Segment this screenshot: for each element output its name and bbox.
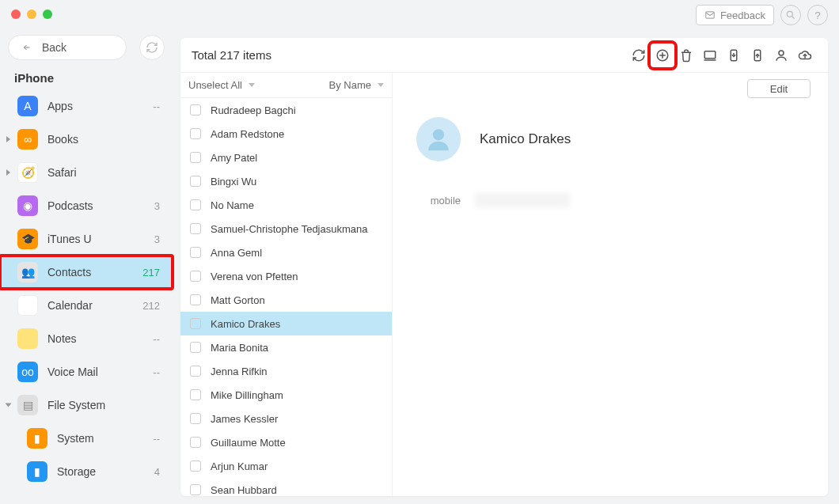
- checkbox[interactable]: [190, 460, 201, 472]
- svg-point-6: [779, 51, 784, 55]
- zoom-window-icon[interactable]: [43, 9, 52, 19]
- itunesu-icon: 🎓: [17, 229, 38, 249]
- refresh-button[interactable]: [627, 44, 651, 67]
- checkbox[interactable]: [190, 342, 201, 353]
- contact-row[interactable]: Rudradeep Bagchi: [180, 98, 392, 122]
- back-button[interactable]: Back: [8, 35, 127, 60]
- checkbox[interactable]: [190, 294, 201, 305]
- titlebar: Feedback ?: [0, 0, 839, 28]
- sidebar-item-count: 3: [154, 233, 160, 245]
- filesystem-icon: ▤: [17, 395, 38, 415]
- checkbox[interactable]: [190, 128, 201, 139]
- cloud-button[interactable]: [793, 44, 817, 67]
- mail-icon: [704, 9, 716, 21]
- checkbox[interactable]: [190, 484, 201, 495]
- checkbox[interactable]: [190, 152, 201, 163]
- window-traffic-lights: [11, 9, 52, 19]
- plus-circle-icon: [655, 48, 670, 63]
- sidebar-item-safari[interactable]: 🧭Safari: [0, 156, 173, 189]
- contact-row[interactable]: Guillaume Motte: [180, 430, 392, 454]
- contact-row-name: Maria Bonita: [211, 342, 268, 354]
- contact-rows[interactable]: Rudradeep BagchiAdam RedstoneAmy PatelBi…: [180, 98, 392, 496]
- sidebar-item-system[interactable]: ▮System--: [0, 422, 173, 455]
- sidebar-item-label: Storage: [57, 465, 96, 478]
- sidebar-refresh-button[interactable]: [139, 35, 165, 60]
- sidebar-item-contacts[interactable]: 👥Contacts217: [0, 256, 173, 289]
- refresh-icon: [146, 41, 158, 54]
- contact-row[interactable]: Jenna Rifkin: [180, 359, 392, 383]
- sidebar-nav: AApps-- ∞Books 🧭Safari ◉Podcasts3 🎓iTune…: [0, 89, 173, 488]
- search-icon: [785, 9, 796, 21]
- sidebar-item-calendar[interactable]: 5Calendar212: [0, 289, 173, 322]
- contact-row[interactable]: Bingxi Wu: [180, 169, 392, 193]
- delete-button[interactable]: [674, 44, 698, 67]
- checkbox[interactable]: [190, 413, 201, 424]
- minimize-window-icon[interactable]: [27, 9, 36, 19]
- from-device-button[interactable]: [746, 44, 769, 67]
- contact-row[interactable]: Anna Geml: [180, 241, 392, 264]
- sidebar-item-apps[interactable]: AApps--: [0, 89, 173, 123]
- contact-row[interactable]: Adam Redstone: [180, 122, 392, 146]
- sidebar-item-filesystem[interactable]: ▤File System: [0, 388, 173, 422]
- checkbox[interactable]: [190, 271, 201, 282]
- storage-icon: ▮: [27, 461, 47, 482]
- edit-button[interactable]: Edit: [747, 79, 811, 98]
- sidebar-item-notes[interactable]: Notes--: [0, 322, 173, 355]
- unselect-all-dropdown[interactable]: Unselect All: [188, 79, 255, 91]
- contact-row[interactable]: Arjun Kumar: [180, 454, 392, 478]
- checkbox[interactable]: [190, 104, 201, 116]
- refresh-icon: [632, 48, 646, 63]
- sidebar-item-label: Podcasts: [47, 199, 93, 212]
- sidebar-item-storage[interactable]: ▮Storage4: [0, 455, 173, 488]
- feedback-button[interactable]: Feedback: [696, 5, 774, 25]
- checkbox[interactable]: [190, 247, 201, 258]
- feedback-label: Feedback: [720, 9, 765, 21]
- main-panel: Total 217 items Unselect All By Name Rud…: [180, 38, 828, 496]
- contact-row[interactable]: No Name: [180, 193, 392, 217]
- checkbox[interactable]: [190, 437, 201, 448]
- merge-button[interactable]: [769, 44, 793, 67]
- contact-row[interactable]: Sean Hubbard: [180, 478, 392, 496]
- close-window-icon[interactable]: [11, 9, 21, 19]
- contacts-icon: 👥: [17, 262, 38, 282]
- contact-row[interactable]: Mike Dillingham: [180, 383, 392, 407]
- sidebar-item-books[interactable]: ∞Books: [0, 123, 173, 156]
- contact-row[interactable]: James Kessler: [180, 407, 392, 430]
- checkbox[interactable]: [190, 199, 201, 210]
- contact-row[interactable]: Maria Bonita: [180, 335, 392, 359]
- checkbox[interactable]: [190, 318, 201, 329]
- sidebar-item-voicemail[interactable]: ooVoice Mail--: [0, 355, 173, 388]
- books-icon: ∞: [17, 129, 38, 150]
- search-button[interactable]: [780, 5, 801, 25]
- checkbox[interactable]: [190, 223, 201, 234]
- field-label-mobile: mobile: [416, 195, 461, 207]
- sidebar-item-itunesu[interactable]: 🎓iTunes U3: [0, 222, 173, 256]
- sort-dropdown[interactable]: By Name: [329, 79, 384, 91]
- contact-row-name: Matt Gorton: [211, 294, 265, 306]
- contact-row[interactable]: Samuel-Christophe Tedjasukmana: [180, 217, 392, 241]
- podcasts-icon: ◉: [17, 195, 38, 216]
- contact-row-name: Anna Geml: [211, 247, 262, 259]
- contact-row-name: Bingxi Wu: [211, 176, 256, 188]
- contact-row-name: No Name: [211, 199, 254, 211]
- contact-row[interactable]: Verena von Pfetten: [180, 264, 392, 288]
- contact-row-name: Rudradeep Bagchi: [211, 104, 296, 116]
- to-mac-button[interactable]: [698, 44, 722, 67]
- contact-row-name: Guillaume Motte: [211, 437, 286, 449]
- contact-row-name: Jenna Rifkin: [211, 366, 268, 377]
- contact-row[interactable]: Kamico Drakes: [180, 312, 392, 335]
- contact-row[interactable]: Amy Patel: [180, 146, 392, 169]
- checkbox[interactable]: [190, 366, 201, 377]
- checkbox[interactable]: [190, 176, 201, 187]
- contact-row-name: Samuel-Christophe Tedjasukmana: [211, 223, 367, 235]
- contact-row[interactable]: Matt Gorton: [180, 288, 392, 312]
- voicemail-icon: oo: [17, 362, 38, 382]
- apps-icon: A: [17, 96, 38, 116]
- notes-icon: [17, 328, 38, 349]
- to-device-button[interactable]: [722, 44, 746, 67]
- sidebar-item-label: Books: [47, 133, 78, 146]
- sidebar-item-podcasts[interactable]: ◉Podcasts3: [0, 189, 173, 222]
- help-button[interactable]: ?: [807, 5, 828, 25]
- checkbox[interactable]: [190, 389, 201, 400]
- add-button[interactable]: [651, 44, 674, 67]
